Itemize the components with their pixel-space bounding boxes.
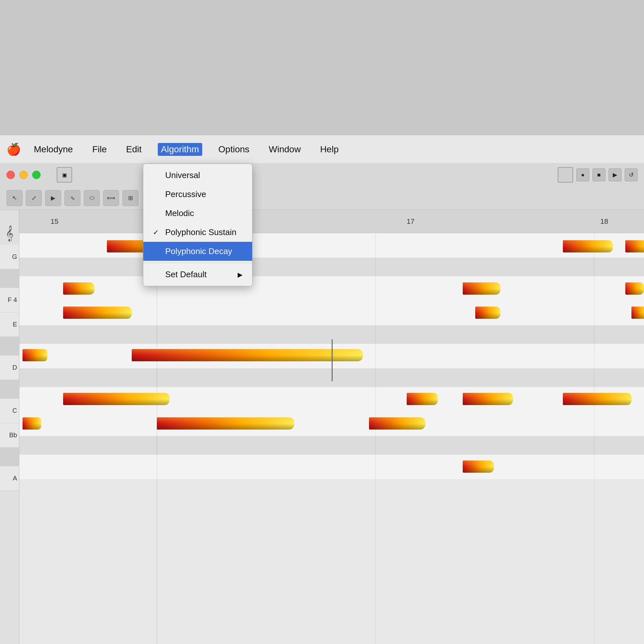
select-tool-button[interactable]: ▶	[45, 190, 61, 206]
key-E: E	[0, 312, 19, 337]
clef-symbol: 𝄞	[0, 222, 19, 245]
cursor-icon: ↖	[12, 194, 17, 202]
key-Bb-label: Bb	[9, 431, 17, 439]
menu-bar: 🍎 Melodyne File Edit Algorithm Options W…	[0, 135, 644, 164]
menu-label-polyphonic-sustain: Polyphonic Sustain	[165, 227, 236, 237]
minimize-button[interactable]	[19, 171, 28, 179]
menu-help[interactable]: Help	[317, 143, 342, 156]
key-Db	[0, 380, 19, 399]
key-F4: F 4	[0, 288, 19, 312]
wave-icon: ∿	[70, 194, 75, 202]
menu-item-universal[interactable]: Universal	[143, 166, 252, 185]
traffic-lights	[6, 171, 41, 179]
note-grid[interactable]	[19, 233, 644, 644]
menu-separator	[143, 263, 252, 263]
display-toggle[interactable]	[558, 167, 573, 183]
key-Eb	[0, 337, 19, 355]
toolbar: ↖ ⤢ ▶ ∿ ⬭ ⟺ ⊞ ⊹ ⤡	[0, 186, 644, 210]
pitch-tool-button[interactable]: ⤢	[26, 190, 42, 206]
row-A	[19, 455, 644, 479]
stretch-icon: ⟺	[107, 194, 115, 202]
menu-edit[interactable]: Edit	[123, 143, 145, 156]
wave-tool-button[interactable]: ∿	[64, 190, 81, 206]
note-Bb-far-left[interactable]	[23, 417, 41, 430]
note-C-left[interactable]	[63, 393, 169, 405]
pitch-icon: ⤢	[32, 194, 36, 202]
play-button[interactable]: ▶	[609, 168, 621, 181]
key-F4-label: F 4	[8, 296, 17, 304]
algorithm-dropdown-menu[interactable]: Universal Percussive Melodic ✓ Polyphoni…	[143, 164, 252, 286]
time-tool-button[interactable]: ⬭	[84, 190, 100, 206]
piano-roll: 𝄞 G F 4 E D C	[0, 210, 644, 644]
key-E-label: E	[13, 321, 17, 328]
key-A: A	[0, 466, 19, 491]
menu-item-melodic[interactable]: Melodic	[143, 204, 252, 223]
toggle-panel-button[interactable]: ▣	[57, 167, 72, 183]
note-A-partial[interactable]	[463, 460, 494, 473]
select-icon: ▶	[51, 194, 55, 202]
row-F4	[19, 276, 644, 301]
note-D-far-left[interactable]	[23, 349, 48, 361]
menu-window[interactable]: Window	[266, 143, 304, 156]
note-G-m18a[interactable]	[563, 240, 613, 252]
grid-area: 15 16 17 18	[19, 210, 644, 644]
menu-options[interactable]: Options	[215, 143, 253, 156]
menu-item-percussive[interactable]: Percussive	[143, 185, 252, 204]
close-button[interactable]	[6, 171, 15, 179]
ruler-mark-15: 15	[51, 217, 58, 226]
key-G: G	[0, 245, 19, 269]
toggle-icon: ▣	[62, 172, 67, 178]
time-icon: ⬭	[90, 194, 94, 201]
menu-file[interactable]: File	[89, 143, 110, 156]
note-C-mid1[interactable]	[407, 393, 438, 405]
extra-icon: ⊞	[128, 194, 133, 202]
note-C-right[interactable]	[563, 393, 631, 405]
apple-logo[interactable]: 🍎	[6, 143, 21, 156]
menu-label-percussive: Percussive	[165, 189, 206, 199]
note-F4-right[interactable]	[625, 282, 644, 295]
menu-label-polyphonic-decay: Polyphonic Decay	[165, 246, 232, 256]
note-D-long[interactable]	[132, 349, 363, 361]
ruler-mark-17: 17	[407, 217, 414, 226]
key-A-label: A	[13, 475, 17, 482]
key-Ab	[0, 448, 19, 466]
extra-tool-button[interactable]: ⊞	[122, 190, 138, 206]
menu-item-set-default[interactable]: Set Default ▶	[143, 265, 252, 284]
grid-line-15a	[157, 233, 157, 644]
menu-algorithm[interactable]: Algorithm	[158, 143, 202, 156]
title-bar: ▣ ● ■ ▶ ↺	[0, 164, 644, 186]
menu-item-polyphonic-sustain[interactable]: ✓ Polyphonic Sustain	[143, 223, 252, 242]
submenu-arrow-icon: ▶	[238, 271, 242, 279]
stretch-tool-button[interactable]: ⟺	[103, 190, 119, 206]
cursor-tool-button[interactable]: ↖	[6, 190, 23, 206]
key-C-label: C	[13, 407, 17, 414]
menu-item-polyphonic-decay[interactable]: Polyphonic Decay	[143, 242, 252, 261]
stop-button[interactable]: ■	[592, 168, 605, 181]
menu-melodyne[interactable]: Melodyne	[31, 143, 76, 156]
note-Bb-right[interactable]	[369, 417, 425, 430]
note-G-m18b[interactable]	[625, 240, 644, 252]
note-F4-left[interactable]	[63, 282, 94, 295]
check-polyphonic-sustain: ✓	[153, 228, 160, 237]
note-C-mid2[interactable]	[463, 393, 513, 405]
record-button[interactable]: ●	[576, 168, 589, 181]
maximize-button[interactable]	[32, 171, 41, 179]
grid-line-17	[594, 233, 594, 644]
note-Bb-mid[interactable]	[157, 417, 294, 430]
note-E-right[interactable]	[631, 307, 644, 319]
note-E-mid[interactable]	[475, 307, 500, 319]
note-F4-mid[interactable]	[463, 282, 500, 295]
app-window: 🍎 Melodyne File Edit Algorithm Options W…	[0, 135, 644, 644]
menu-label-universal: Universal	[165, 170, 200, 180]
transport-controls: ● ■ ▶ ↺	[558, 167, 638, 183]
grid-line-16	[375, 233, 376, 644]
playhead	[332, 339, 333, 381]
row-Ab	[19, 436, 644, 455]
note-E-left[interactable]	[63, 307, 132, 319]
row-Bb	[19, 412, 644, 436]
key-C: C	[0, 399, 19, 423]
ruler-mark-18: 18	[600, 217, 608, 226]
ruler: 15 16 17 18	[19, 210, 644, 233]
loop-button[interactable]: ↺	[625, 168, 638, 181]
key-D: D	[0, 355, 19, 380]
